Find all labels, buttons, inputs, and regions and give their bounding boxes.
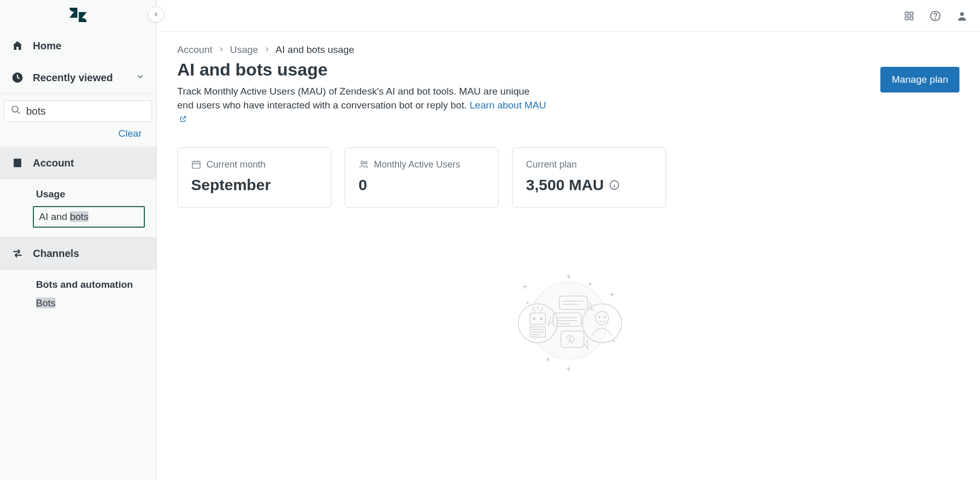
stats-cards: Current month September Monthly Active U… [177,147,959,208]
sidebar-item-account[interactable]: Account [0,146,156,179]
svg-point-26 [526,302,528,303]
card-plan-value: 3,500 MAU [526,176,604,194]
search-icon [11,105,21,117]
external-link-icon [179,113,187,127]
content: Account Usage AI and bots usage AI and b… [157,32,980,390]
card-mau: Monthly Active Users 0 [345,147,499,208]
sidebar-search: Clear [0,94,156,146]
topbar [157,0,980,32]
search-input-wrapper[interactable] [4,100,152,122]
svg-point-8 [960,12,964,15]
svg-point-11 [365,162,367,164]
sidebar-item-channels[interactable]: Channels [0,237,156,270]
sidebar-home-label: Home [33,40,62,52]
sidebar-item-ai-and-bots[interactable]: AI and bots [33,206,145,228]
calendar-icon [191,159,201,170]
bots-label: Bots [36,298,55,308]
svg-point-21 [598,316,600,318]
building-icon [11,157,24,169]
breadcrumb-account[interactable]: Account [177,44,213,56]
ai-bots-highlight: bots [70,211,88,222]
svg-rect-5 [910,16,913,20]
apps-grid-icon [904,11,914,21]
breadcrumb: Account Usage AI and bots usage [177,44,959,56]
home-icon [11,40,24,52]
chevron-down-icon [136,72,145,84]
help-button[interactable] [930,10,941,22]
svg-point-17 [540,318,542,320]
apps-button[interactable] [904,11,914,21]
sidebar-item-recently-viewed[interactable]: Recently viewed [0,62,156,94]
info-icon[interactable] [609,180,619,190]
svg-point-16 [533,318,535,320]
clock-icon [11,71,24,84]
svg-point-27 [613,340,614,342]
svg-point-10 [361,161,364,164]
svg-point-7 [935,18,935,19]
chevron-right-icon [263,44,271,56]
sidebar-item-bots[interactable]: Bots [0,294,156,312]
clear-search-button[interactable]: Clear [119,128,142,139]
card-current-month: Current month September [177,147,331,208]
ai-bots-prefix: AI and [39,211,70,222]
breadcrumb-current: AI and bots usage [276,44,354,56]
zendesk-logo-icon [68,8,88,22]
card-plan-label: Current plan [526,159,577,170]
empty-state-illustration [177,264,959,377]
user-icon [956,10,968,22]
main: Account Usage AI and bots usage AI and b… [157,0,980,480]
card-current-month-label: Current month [206,159,266,170]
brand-logo [0,0,156,30]
card-current-plan: Current plan 3,500 MAU [512,147,666,208]
sidebar-group-usage: Usage [0,179,156,204]
chevron-right-icon [218,44,225,56]
sidebar-channels-label: Channels [33,248,79,260]
users-icon [359,159,369,170]
collapse-sidebar-button[interactable] [148,6,164,23]
page-header: AI and bots usage Track Monthly Active U… [177,60,959,127]
svg-point-1 [12,106,18,113]
svg-rect-2 [906,12,909,15]
profile-button[interactable] [956,10,968,22]
card-mau-value: 0 [359,176,485,194]
sidebar-recent-label: Recently viewed [33,72,113,84]
chevron-left-icon [153,11,160,18]
manage-plan-button[interactable]: Manage plan [880,67,959,93]
svg-point-22 [604,316,605,318]
sidebar-item-home[interactable]: Home [0,30,156,62]
arrows-horizontal-icon [11,247,24,260]
svg-rect-9 [193,161,200,168]
sidebar: Home Recently viewed Clear Account Usage… [0,0,157,480]
sidebar-group-bots-automation: Bots and automation [0,270,156,294]
svg-rect-4 [906,16,909,20]
svg-rect-3 [910,12,913,15]
search-input[interactable] [26,105,145,117]
page-title: AI and bots usage [177,60,547,80]
card-mau-label: Monthly Active Users [374,159,460,170]
help-icon [930,10,941,22]
sidebar-account-label: Account [33,157,74,169]
card-current-month-value: September [191,176,317,194]
page-description: Track Monthly Active Users (MAU) of Zend… [177,85,547,127]
breadcrumb-usage[interactable]: Usage [230,44,258,56]
